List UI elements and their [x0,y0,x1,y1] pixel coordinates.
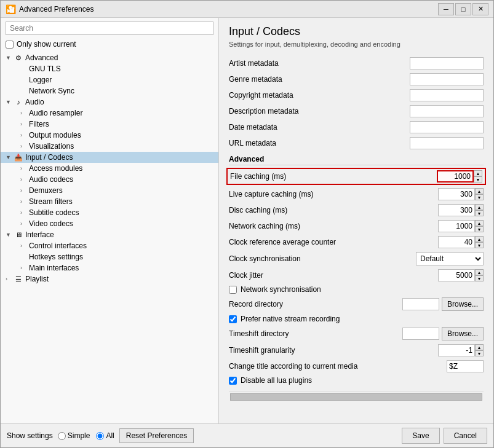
horizontal-scrollbar[interactable] [229,391,484,401]
radio-all-input[interactable] [96,432,104,440]
tree-item-audio-resampler[interactable]: › Audio resampler [15,108,218,119]
expand-arrow-main-interfaces: › [20,265,26,271]
clock-ref-up[interactable]: ▲ [475,236,484,242]
clock-sync-select[interactable]: Default None Input Renderer [416,252,484,265]
save-button[interactable]: Save [402,428,439,444]
live-capture-input[interactable] [438,188,475,200]
minimize-button[interactable]: ─ [438,3,454,15]
tree-item-hotkeys[interactable]: Hotkeys settings [15,251,218,262]
tree-item-logger[interactable]: Logger [15,74,218,85]
clock-jitter-label: Clock jitter [229,271,438,280]
record-directory-label: Record directory [229,300,402,308]
expand-arrow-playlist: › [6,276,12,282]
clock-ref-down[interactable]: ▼ [475,242,484,248]
prefer-native-checkbox[interactable] [229,315,237,323]
disc-caching-down[interactable]: ▼ [475,210,484,216]
timeshift-granularity-spinner: ▲ ▼ [438,344,484,356]
bottom-bar: Show settings Simple All Reset Preferenc… [1,423,493,447]
url-metadata-row: URL metadata [229,135,484,151]
network-caching-down[interactable]: ▼ [475,226,484,232]
timeshift-granularity-input[interactable] [438,344,475,356]
tree-item-access-modules[interactable]: › Access modules [15,163,218,174]
file-caching-input[interactable] [437,170,474,183]
clock-sync-row: Clock synchronisation Default None Input… [229,250,484,267]
clock-jitter-input[interactable] [438,269,475,281]
tree-item-stream-filters[interactable]: › Stream filters [15,196,218,207]
disc-caching-input[interactable] [438,204,475,216]
content-area: Only show current ▼ ⚙ Advanced GNU TLS [1,18,493,423]
tree-label-access-modules: Access modules [29,164,82,173]
clock-jitter-down[interactable]: ▼ [475,275,484,281]
date-metadata-input[interactable] [410,121,484,133]
description-metadata-input[interactable] [410,105,484,117]
tree-item-filters[interactable]: › Filters [15,119,218,130]
title-bar: 🎦 Advanced Preferences ─ □ ✕ [1,1,493,18]
disable-lua-checkbox[interactable] [229,377,237,385]
input-codecs-icon: 📥 [14,153,23,162]
clock-jitter-up[interactable]: ▲ [475,269,484,275]
timeshift-granularity-down[interactable]: ▼ [475,350,484,356]
network-sync-checkbox[interactable] [229,286,237,294]
url-metadata-input[interactable] [410,137,484,149]
radio-group: Simple All [58,431,114,440]
tree-label-audio-codecs: Audio codecs [29,175,73,184]
only-show-current-label: Only show current [17,40,76,49]
clock-jitter-row: Clock jitter ▲ ▼ [229,267,484,283]
copyright-metadata-row: Copyright metadata [229,87,484,103]
playlist-icon: ☰ [14,275,23,283]
file-caching-up[interactable]: ▲ [474,170,482,176]
timeshift-granularity-label: Timeshift granularity [229,346,438,355]
tree-item-audio-codecs[interactable]: › Audio codecs [15,174,218,185]
tree-item-subtitle-codecs[interactable]: › Subtitle codecs [15,207,218,218]
record-directory-browse[interactable]: Browse... [442,297,484,311]
live-capture-spinner: ▲ ▼ [438,188,484,200]
radio-simple[interactable]: Simple [58,431,90,440]
tree-item-playlist[interactable]: › ☰ Playlist [1,273,218,285]
disc-caching-label: Disc caching (ms) [229,206,438,214]
disc-caching-up[interactable]: ▲ [475,204,484,210]
tree-item-advanced[interactable]: ▼ ⚙ Advanced [1,52,218,63]
tree-item-visualizations[interactable]: › Visualizations [15,141,218,152]
live-capture-label: Live capture caching (ms) [229,190,438,198]
tree-item-gnu-tls[interactable]: GNU TLS [15,63,218,74]
live-capture-up[interactable]: ▲ [475,188,484,194]
clock-ref-spinner-buttons: ▲ ▼ [475,236,484,248]
maximize-button[interactable]: □ [455,3,471,15]
timeshift-directory-browse[interactable]: Browse... [442,327,484,340]
description-metadata-label: Description metadata [229,107,410,116]
genre-metadata-input[interactable] [410,73,484,85]
tree-item-network-sync[interactable]: Network Sync [15,85,218,96]
expand-arrow-demuxers: › [20,187,26,194]
clock-jitter-spinner-buttons: ▲ ▼ [475,269,484,281]
record-directory-row: Record directory Browse... [229,296,484,313]
artist-metadata-input[interactable] [410,57,484,69]
radio-all[interactable]: All [96,431,114,440]
tree-label-demuxers: Demuxers [29,186,63,195]
radio-simple-input[interactable] [58,432,66,440]
close-button[interactable]: ✕ [472,3,488,15]
only-show-current-checkbox[interactable] [6,41,14,49]
search-input[interactable] [6,22,213,35]
change-title-input[interactable] [447,360,484,372]
tree-item-demuxers[interactable]: › Demuxers [15,185,218,196]
tree-item-input-codecs[interactable]: ▼ 📥 Input / Codecs [1,152,218,163]
record-directory-input[interactable] [402,298,439,310]
tree-item-output-modules[interactable]: › Output modules [15,130,218,141]
network-caching-up[interactable]: ▲ [475,220,484,226]
expand-arrow-access-modules: › [20,165,26,171]
reset-preferences-button[interactable]: Reset Preferences [119,428,194,443]
tree-item-audio[interactable]: ▼ ♪ Audio [1,96,218,108]
tree-item-main-interfaces[interactable]: › Main interfaces [15,262,218,273]
copyright-metadata-input[interactable] [410,89,484,101]
timeshift-directory-input[interactable] [402,328,439,340]
network-caching-input[interactable] [438,220,475,232]
timeshift-granularity-up[interactable]: ▲ [475,344,484,350]
tree-item-video-codecs[interactable]: › Video codecs [15,218,218,229]
tree-item-interface[interactable]: ▼ 🖥 Interface [1,229,218,240]
live-capture-down[interactable]: ▼ [475,194,484,200]
file-caching-down[interactable]: ▼ [474,176,482,183]
clock-ref-input[interactable] [438,236,475,248]
cancel-button[interactable]: Cancel [444,428,487,444]
tree-item-control-interfaces[interactable]: › Control interfaces [15,240,218,251]
vlc-icon: 🎦 [6,4,15,14]
